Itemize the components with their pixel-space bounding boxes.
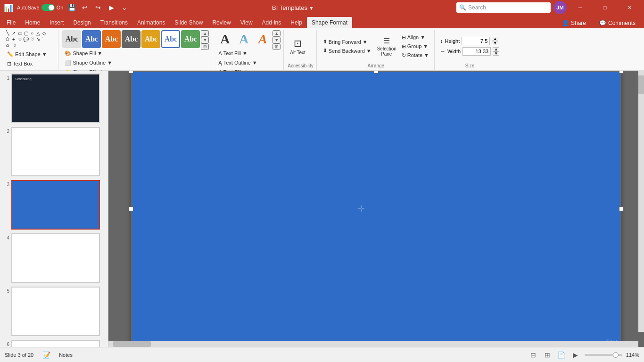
handle-top-left[interactable] [129, 71, 133, 74]
slide-item-3[interactable]: 3 [2, 179, 106, 230]
vertical-scrollbar[interactable] [638, 71, 644, 332]
curve-icon[interactable]: ∿ [35, 36, 41, 42]
redo-button[interactable]: ↪ [93, 3, 103, 12]
height-input[interactable] [462, 37, 490, 45]
handle-top-right[interactable] [619, 71, 624, 74]
shape-style-1[interactable]: Abc [62, 30, 81, 48]
reading-view-button[interactable]: 📄 [556, 350, 567, 360]
user-avatar[interactable]: JM [553, 1, 567, 14]
options-button[interactable]: ⌄ [120, 3, 129, 12]
zoom-slider[interactable] [585, 354, 622, 356]
slide-thumb-1[interactable]: Scheduling [11, 74, 100, 123]
minimize-button[interactable]: ─ [570, 0, 591, 15]
normal-view-button[interactable]: ⊟ [528, 350, 538, 360]
slide-thumb-6[interactable] [11, 340, 100, 347]
restore-button[interactable]: □ [594, 0, 616, 15]
moon-icon[interactable]: ☽ [11, 42, 17, 48]
tab-addins[interactable]: Add-ins [257, 17, 286, 28]
send-backward-button[interactable]: ⬇ Send Backward ▼ [321, 47, 374, 55]
handle-top-center[interactable] [374, 71, 379, 74]
notes-button[interactable]: 📝 [41, 350, 51, 360]
slide-item-1[interactable]: 1 Scheduling [2, 73, 106, 124]
close-button[interactable]: ✕ [619, 0, 640, 15]
styles-scroll-down[interactable]: ▼ [201, 37, 209, 43]
slide-thumb-4[interactable] [11, 233, 100, 283]
canvas-area[interactable]: ✛ ©2024 [108, 71, 644, 347]
tab-file[interactable]: File [2, 17, 20, 28]
wordart-sample-2[interactable]: A [235, 30, 253, 48]
share-button[interactable]: 👤 Share [557, 18, 591, 28]
shape-style-3[interactable]: Abc [102, 30, 121, 48]
tab-slideshow[interactable]: Slide Show [170, 17, 207, 28]
group-button[interactable]: ⊞ Group ▼ [399, 42, 431, 50]
tab-view[interactable]: View [236, 17, 257, 28]
tab-transitions[interactable]: Transitions [96, 17, 132, 28]
text-outline-button[interactable]: Ą Text Outline ▼ [216, 58, 281, 67]
undo-button[interactable]: ↩ [80, 3, 90, 12]
tab-animations[interactable]: Animations [132, 17, 170, 28]
handle-middle-left[interactable] [129, 206, 133, 211]
slide-thumb-5[interactable] [11, 287, 100, 336]
save-button[interactable]: 💾 [67, 3, 76, 12]
handle-middle-right[interactable] [619, 206, 624, 211]
autosave-toggle[interactable] [41, 4, 55, 11]
rect-icon[interactable]: ▭ [17, 30, 23, 36]
line-icon[interactable]: ╲ [5, 30, 10, 36]
shape-outline-button[interactable]: ⬜ Shape Outline ▼ [62, 58, 209, 67]
rotate-button[interactable]: ↻ Rotate ▼ [399, 51, 431, 59]
text-fill-button[interactable]: A Text Fill ▼ [216, 49, 281, 58]
slide-sorter-button[interactable]: ⊞ [542, 350, 553, 360]
styles-scroll-up[interactable]: ▲ [201, 30, 209, 37]
triangle-icon[interactable]: △ [35, 30, 41, 36]
star-icon[interactable]: ☆ [17, 36, 23, 42]
rounded-rect-icon[interactable]: ▢ [23, 30, 29, 36]
slide-thumb-3[interactable] [11, 180, 100, 230]
slide-item-4[interactable]: 4 [2, 232, 106, 284]
shape-style-6[interactable]: Abc [161, 30, 180, 48]
horizontal-scrollbar[interactable] [108, 341, 638, 347]
tab-review[interactable]: Review [207, 17, 235, 28]
width-up[interactable]: ▲ [493, 47, 499, 51]
slideshow-view-button[interactable]: ▶ [570, 350, 581, 360]
tab-insert[interactable]: Insert [45, 17, 68, 28]
present-button[interactable]: ▶ [107, 3, 116, 12]
heart-icon[interactable]: ♡ [29, 36, 35, 42]
search-box[interactable]: 🔍 Search [456, 2, 551, 13]
bring-forward-button[interactable]: ⬆ Bring Forward ▼ [321, 38, 374, 46]
zoom-slider-thumb[interactable] [613, 352, 619, 358]
width-down[interactable]: ▼ [493, 51, 499, 56]
height-down[interactable]: ▼ [492, 41, 498, 45]
plus-icon[interactable]: + [11, 36, 17, 42]
wordart-sample-3[interactable]: A [254, 30, 272, 48]
oval-icon[interactable]: ○ [29, 30, 35, 36]
tab-home[interactable]: Home [20, 17, 45, 28]
cylinder-icon[interactable]: ⬠ [5, 36, 10, 42]
shape-style-7[interactable]: Abc [181, 30, 200, 48]
selection-pane-button[interactable]: ☰ Selection Pane [375, 33, 398, 59]
shape-style-4[interactable]: Abc [122, 30, 140, 48]
callout-icon[interactable]: 💬 [23, 36, 29, 42]
horizontal-scrollbar-thumb[interactable] [113, 341, 151, 347]
shape-style-2[interactable]: Abc [82, 30, 101, 48]
tab-shapeformat[interactable]: Shape Format [307, 17, 352, 28]
comments-button[interactable]: 💬 Comments [594, 18, 640, 28]
slide-item-6[interactable]: 6 [2, 339, 106, 347]
slide-item-5[interactable]: 5 [2, 286, 106, 337]
shape-style-5[interactable]: Abc [141, 30, 160, 48]
tab-design[interactable]: Design [68, 17, 95, 28]
vertical-scrollbar-thumb[interactable] [638, 75, 644, 94]
wordart-scroll-down[interactable]: ▼ [272, 37, 281, 43]
text-box-button[interactable]: ⊡ Text Box [5, 59, 35, 68]
alt-text-button[interactable]: ⊡ Alt Text [288, 33, 308, 59]
smiley-icon[interactable]: ☺ [5, 42, 10, 48]
edit-shape-button[interactable]: ✏️ Edit Shape ▼ [5, 50, 50, 58]
slide-item-2[interactable]: 2 [2, 126, 106, 177]
wordart-sample-1[interactable]: A [216, 30, 234, 48]
tab-help[interactable]: Help [286, 17, 307, 28]
align-button[interactable]: ⊟ Align ▼ [399, 33, 431, 41]
arrow-icon[interactable]: ↗ [11, 30, 17, 36]
slide-canvas[interactable]: ✛ ©2024 [131, 71, 621, 347]
width-input[interactable] [462, 47, 491, 56]
shape-fill-button[interactable]: 🎨 Shape Fill ▼ [62, 49, 209, 58]
height-up[interactable]: ▲ [492, 37, 498, 41]
